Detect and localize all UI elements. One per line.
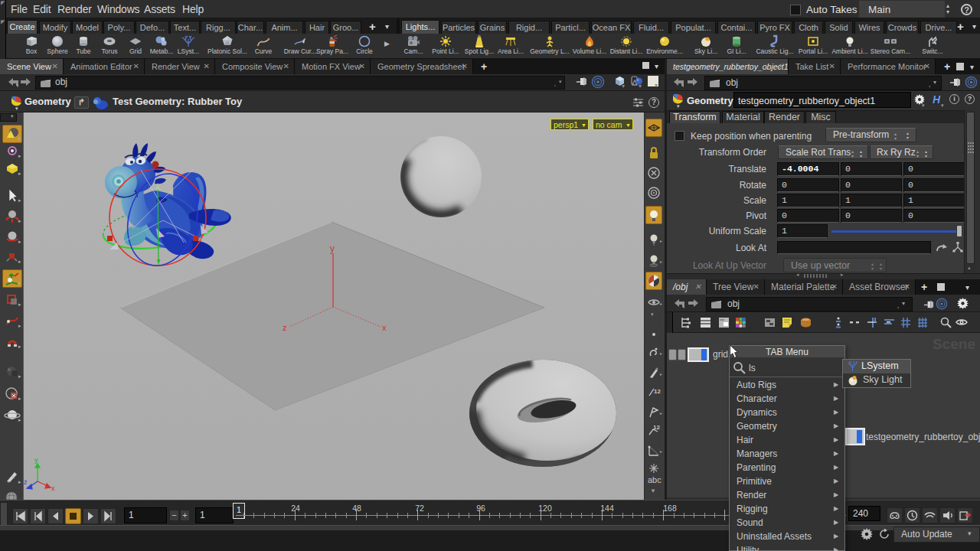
svg-text:x: x <box>51 484 55 492</box>
svg-text:z: z <box>283 323 287 332</box>
svg-text:y: y <box>34 456 38 464</box>
svg-text:12: 12 <box>654 388 661 395</box>
svg-text:z: z <box>24 478 28 486</box>
svg-text:y: y <box>330 243 335 254</box>
svg-text:x: x <box>382 323 387 332</box>
svg-text:12: 12 <box>653 424 660 431</box>
